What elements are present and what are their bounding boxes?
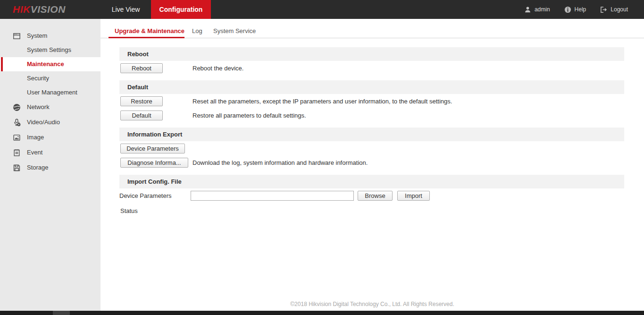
copyright-footer: ©2018 Hikvision Digital Technology Co., … — [100, 301, 644, 307]
restore-description: Reset all the parameters, except the IP … — [192, 96, 452, 106]
nav-configuration-label: Configuration — [159, 6, 203, 13]
user-menu[interactable]: admin — [524, 6, 550, 13]
sidebar-item-storage[interactable]: Storage — [0, 161, 100, 175]
sidebar-item-label: System — [27, 29, 47, 43]
sidebar-item-system-settings[interactable]: System Settings — [0, 43, 100, 57]
import-button[interactable]: Import — [397, 191, 430, 201]
sidebar-item-network[interactable]: Network — [0, 100, 100, 114]
sidebar-item-system[interactable]: System — [0, 29, 100, 43]
import-config-section-header: Import Config. File — [119, 175, 624, 188]
storage-icon — [13, 164, 21, 172]
nav-configuration[interactable]: Configuration — [151, 0, 211, 19]
sidebar-item-video-audio[interactable]: Video/Audio — [0, 115, 100, 129]
default-button[interactable]: Default — [120, 111, 163, 120]
help-label: Help — [575, 6, 586, 13]
active-tab-underline — [109, 37, 184, 38]
top-bar: HIKVISION Live View Configuration admin — [0, 0, 644, 19]
diagnose-information-button[interactable]: Diagnose Informa... — [120, 158, 188, 168]
sidebar-item-maintenance[interactable]: Maintenance — [0, 57, 100, 71]
device-parameters-file-input[interactable] — [191, 191, 354, 201]
logout-button[interactable]: Logout — [600, 6, 628, 13]
restore-button[interactable]: Restore — [120, 96, 163, 106]
logout-icon — [600, 6, 607, 13]
sidebar-item-label: Image — [27, 130, 44, 145]
top-navigation: Live View Configuration — [100, 0, 211, 19]
sidebar-item-label: Maintenance — [27, 57, 64, 71]
nav-live-view-label: Live View — [112, 6, 140, 13]
top-right-menu: admin Help Logout — [524, 0, 628, 19]
help-icon — [564, 6, 571, 13]
sidebar-item-user-management[interactable]: User Management — [0, 85, 100, 100]
system-icon — [13, 32, 21, 40]
event-icon — [13, 149, 21, 157]
username-label: admin — [535, 6, 550, 13]
default-description: Restore all parameters to default settin… — [192, 111, 306, 120]
reboot-button[interactable]: Reboot — [120, 63, 163, 73]
sidebar-item-label: Storage — [27, 161, 49, 175]
status-label: Status — [120, 206, 138, 216]
reboot-section-header: Reboot — [119, 47, 624, 61]
default-section-header: Default — [119, 80, 624, 94]
sidebar-item-label: System Settings — [27, 43, 71, 57]
tab-system-service[interactable]: System Service — [213, 27, 256, 34]
video-audio-icon — [13, 119, 21, 127]
sidebar-item-event[interactable]: Event — [0, 145, 100, 160]
sidebar: System System Settings Maintenance Secur… — [0, 19, 100, 311]
sidebar-item-label: Video/Audio — [27, 115, 60, 129]
browse-button[interactable]: Browse — [358, 191, 393, 201]
sidebar-item-security[interactable]: Security — [0, 71, 100, 85]
device-parameters-export-button[interactable]: Device Parameters — [120, 144, 185, 153]
user-icon — [524, 6, 531, 13]
sidebar-item-label: User Management — [27, 85, 77, 100]
horizontal-scrollbar-thumb[interactable] — [53, 311, 70, 315]
logout-label: Logout — [611, 6, 628, 13]
logo-vision-text: VISION — [31, 4, 66, 15]
reboot-description: Reboot the device. — [192, 63, 243, 73]
horizontal-scrollbar[interactable] — [0, 311, 644, 315]
logo-hik-text: HIK — [13, 4, 31, 15]
tab-log[interactable]: Log — [192, 27, 202, 34]
sidebar-item-image[interactable]: Image — [0, 130, 100, 145]
network-icon — [13, 103, 21, 111]
sidebar-item-label: Security — [27, 71, 49, 85]
diagnose-description: Download the log, system information and… — [192, 158, 368, 168]
hikvision-logo: HIKVISION — [13, 0, 66, 19]
sidebar-item-label: Network — [27, 100, 50, 114]
image-icon — [13, 134, 21, 142]
nav-live-view[interactable]: Live View — [100, 0, 151, 19]
information-export-section-header: Information Export — [119, 128, 624, 141]
device-parameters-field-label: Device Parameters — [119, 191, 172, 201]
help-button[interactable]: Help — [564, 6, 586, 13]
sidebar-item-label: Event — [27, 145, 42, 160]
tab-upgrade-maintenance[interactable]: Upgrade & Maintenance — [115, 27, 184, 34]
